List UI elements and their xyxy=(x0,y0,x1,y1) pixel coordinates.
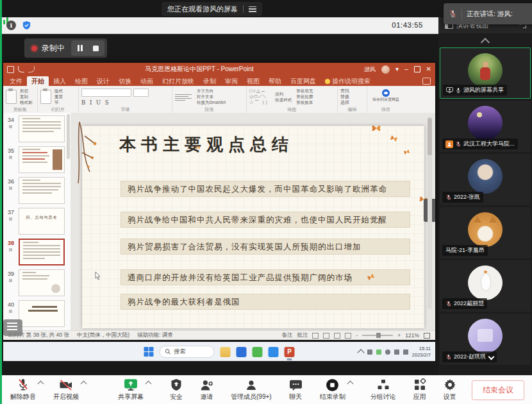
participant-tile[interactable]: 2022-赵琪琪 xyxy=(440,314,531,365)
font-name-box[interactable] xyxy=(81,88,131,97)
tab-design[interactable]: 设计 xyxy=(92,76,114,86)
slide-sorter-icon[interactable] xyxy=(323,333,329,339)
tab-insert[interactable]: 插入 xyxy=(49,76,71,86)
thumbnail-scrollbar[interactable] xyxy=(67,114,70,159)
file-explorer-icon[interactable] xyxy=(220,347,231,357)
shape-fill-button[interactable]: 形状填充 xyxy=(296,88,313,94)
annotation-list-widget[interactable] xyxy=(3,319,22,336)
taskbar-search[interactable]: 搜索 xyxy=(160,346,215,358)
minimize-button[interactable]: – xyxy=(404,66,408,72)
shape-outline-button[interactable]: 形状轮廓 xyxy=(296,94,313,99)
reading-view-icon[interactable] xyxy=(334,333,340,339)
quick-styles-button[interactable]: 快速样式 xyxy=(275,97,292,103)
meeting-info-icon[interactable]: i xyxy=(6,21,16,30)
language-status[interactable]: 中文(简体，中国大陆) xyxy=(77,332,129,339)
participant-tile[interactable]: 2022-张凯 xyxy=(440,154,531,205)
fit-to-window-icon[interactable] xyxy=(424,333,430,339)
select-button[interactable]: 选择 xyxy=(340,99,364,105)
canvas-scrollbar[interactable] xyxy=(428,117,432,309)
tab-view[interactable]: 视图 xyxy=(242,76,264,86)
shape-effects-button[interactable]: 形状效果 xyxy=(296,99,313,105)
paste-button[interactable] xyxy=(6,90,17,104)
tray-icon[interactable] xyxy=(367,349,372,355)
restore-button[interactable] xyxy=(414,66,420,72)
tab-file[interactable]: 文件 xyxy=(5,76,27,86)
zoom-out-button[interactable]: - xyxy=(356,332,358,339)
align-buttons[interactable] xyxy=(175,93,192,102)
save-to-baidu-button[interactable]: 保存到百度网盘 xyxy=(370,97,402,103)
smartart-button[interactable]: 转换为SmartArt xyxy=(197,99,226,105)
thumbnail-38-selected[interactable]: 38 xyxy=(3,237,71,268)
unmute-button[interactable]: 解除静音 xyxy=(10,378,36,401)
wechat-icon[interactable] xyxy=(253,347,263,357)
participant-tile[interactable]: 马院-21-李晨昂 xyxy=(440,207,531,258)
tab-transitions[interactable]: 切换 xyxy=(114,76,136,86)
recording-options-chevron[interactable] xyxy=(347,381,353,387)
settings-button[interactable]: 设置 xyxy=(444,378,456,401)
invite-button[interactable]: 邀请 xyxy=(200,378,213,401)
comments-button[interactable]: 批注 xyxy=(297,332,308,339)
stop-recording-button[interactable] xyxy=(89,42,102,55)
share-screen-button[interactable]: 共享屏幕 xyxy=(118,378,144,401)
tray-clock[interactable]: 15:11 2023/2/7 xyxy=(412,346,431,358)
comments-icon[interactable] xyxy=(422,78,431,85)
mail-app-icon[interactable] xyxy=(237,347,247,357)
ppt-account-name[interactable]: 游风 xyxy=(364,65,376,74)
start-button[interactable] xyxy=(144,347,154,357)
replace-button[interactable]: 替换 xyxy=(340,94,364,99)
tab-record[interactable]: 录制 xyxy=(199,76,220,86)
tab-slideshow[interactable]: 幻灯片放映 xyxy=(158,76,199,86)
chat-button[interactable]: 聊天 xyxy=(289,378,303,401)
end-recording-button[interactable]: 结束录制 xyxy=(320,378,345,401)
meeting-app-icon[interactable] xyxy=(269,347,279,357)
zoom-level[interactable]: 121% xyxy=(405,332,419,339)
reset-button[interactable]: 重置 xyxy=(54,94,63,99)
shapes-gallery[interactable]: □○△↔◇⬭⟋⟍☆⌒（） xyxy=(249,88,270,105)
collapse-sidebar-icon[interactable] xyxy=(482,37,488,44)
slide-thumbnail-panel[interactable]: 34 35 36 37 四、总结与思考 xyxy=(3,113,71,330)
format-painter-button[interactable]: 格式刷 xyxy=(20,99,33,105)
tab-review[interactable]: 审阅 xyxy=(220,76,242,86)
accessibility-status[interactable]: 辅助功能: 调查 xyxy=(137,332,173,339)
pause-recording-button[interactable] xyxy=(74,42,87,55)
tab-baidu-netdisk[interactable]: 百度网盘 xyxy=(286,76,320,86)
banner-menu-icon[interactable] xyxy=(249,6,256,12)
tab-home[interactable]: 开始 xyxy=(27,76,49,86)
participant-tile[interactable]: 2022戴丽慧 xyxy=(440,260,531,312)
video-options-chevron[interactable] xyxy=(81,381,87,387)
text-direction-button[interactable]: 文字方向 xyxy=(197,88,226,94)
network-signal-icon[interactable] xyxy=(0,17,438,24)
tray-network-icon[interactable] xyxy=(394,349,399,355)
new-slide-button[interactable] xyxy=(40,90,51,104)
undo-icon[interactable] xyxy=(18,66,24,72)
font-style-buttons[interactable]: B I U S xyxy=(81,99,169,106)
start-video-button[interactable]: 开启视频 xyxy=(53,378,79,401)
cut-button[interactable]: 剪切 xyxy=(20,88,33,94)
ribbon-display-icon[interactable]: ▾ xyxy=(395,66,399,72)
share-options-chevron[interactable] xyxy=(145,381,152,387)
manage-members-button[interactable]: 管理成员(99+) xyxy=(231,378,272,401)
tray-wechat-icon[interactable] xyxy=(376,349,381,355)
mic-options-chevron[interactable] xyxy=(38,381,44,387)
normal-view-icon[interactable] xyxy=(312,333,319,339)
chevron-down-icon[interactable] xyxy=(488,355,494,360)
apps-button[interactable]: 应用 xyxy=(413,378,426,401)
participant-tile[interactable]: 武汉工程大学马院... xyxy=(440,101,531,152)
notes-button[interactable]: 备注 xyxy=(281,332,292,339)
slide-canvas[interactable]: 本书主要观点总结 鸦片战争推动了中国农民起义大爆发，而中国革命又影响了欧洲革命 … xyxy=(71,113,435,330)
tab-animations[interactable]: 动画 xyxy=(136,76,158,86)
thumbnail-39[interactable]: 39 xyxy=(3,268,71,299)
align-text-button[interactable]: 对齐文本 xyxy=(197,94,226,99)
slideshow-icon[interactable] xyxy=(345,333,351,339)
redo-icon[interactable] xyxy=(28,66,35,72)
tray-volume-icon[interactable] xyxy=(403,349,408,355)
tab-draw[interactable]: 绘图 xyxy=(71,76,92,86)
close-button[interactable]: ✕ xyxy=(426,66,431,72)
arrange-button[interactable]: 排列 xyxy=(275,91,292,97)
zoom-slider[interactable] xyxy=(362,335,393,336)
section-button[interactable]: 节 xyxy=(54,99,63,105)
ppt-title-bar[interactable]: 马克思恩格斯论中国PPT - PowerPoint 游风 ▾ – ✕ xyxy=(3,63,435,76)
save-icon[interactable] xyxy=(7,66,14,73)
breakout-rooms-button[interactable]: 分组讨论 xyxy=(370,378,396,401)
tell-me-search[interactable]: 操作说明搜索 xyxy=(320,76,375,86)
